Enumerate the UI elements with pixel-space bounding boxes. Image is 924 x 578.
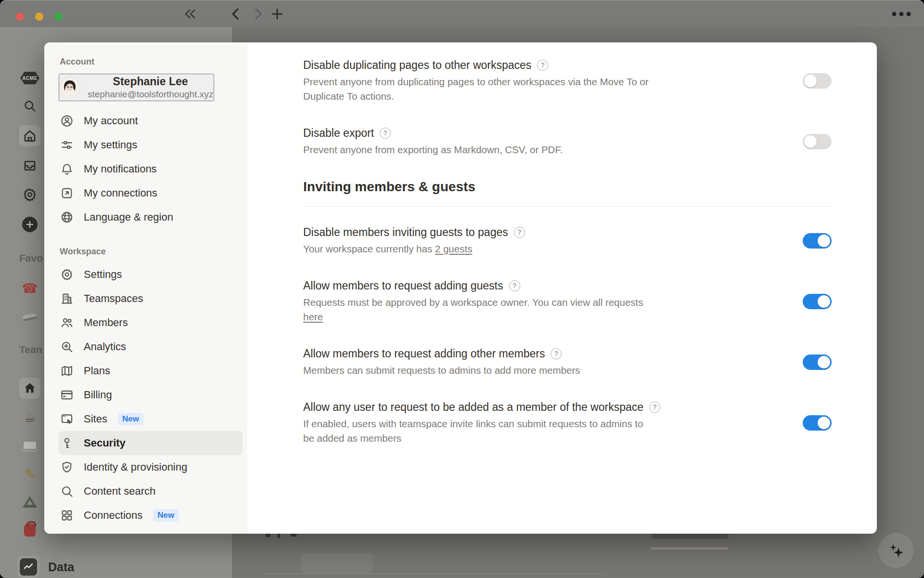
setting-link[interactable]: here xyxy=(303,311,323,322)
clipped-text-fragment xyxy=(291,534,296,537)
setting-toggle[interactable] xyxy=(803,134,832,149)
teamspace-backpack-emoji-icon[interactable] xyxy=(19,519,40,540)
user-name: Stephanie Lee xyxy=(88,75,213,89)
zoom-window-button[interactable] xyxy=(54,13,63,21)
setting-row: Allow members to request adding other me… xyxy=(303,346,832,378)
setting-title: Disable export xyxy=(303,126,374,140)
workspace-logo[interactable]: ACME xyxy=(20,72,39,84)
setting-title: Allow any user to request to be added as… xyxy=(303,400,643,414)
user-email: stephanie@toolsforthought.xyz xyxy=(88,89,213,101)
search-icon xyxy=(60,484,74,499)
sidebar-item-data[interactable]: Data xyxy=(17,556,74,578)
workspace-nav-list: Settings Teamspaces Members Analytics Pl… xyxy=(59,263,244,527)
avatar xyxy=(60,78,80,98)
app-window: ACME Favo ☎ Tean ☕ xyxy=(0,0,924,578)
setting-row: Disable members inviting guests to pages… xyxy=(303,225,832,256)
account-user-row[interactable]: Stephanie Lee stephanie@toolsforthought.… xyxy=(59,74,214,101)
sidebar-item-billing[interactable]: Billing xyxy=(59,383,243,407)
setting-description: Prevent anyone from duplicating pages to… xyxy=(303,75,712,104)
workspace-section-heading: Workspace xyxy=(60,247,244,257)
setting-title: Disable duplicating pages to other works… xyxy=(303,58,531,72)
setting-title: Disable members inviting guests to pages xyxy=(303,225,508,239)
favorite-sneaker-emoji-icon[interactable] xyxy=(19,306,40,328)
sidebar-item-my-notifications[interactable]: My notifications xyxy=(59,157,243,181)
sidebar-item-connections[interactable]: Connections New xyxy=(59,503,243,527)
inbox-icon[interactable] xyxy=(19,155,40,176)
favorites-section-label: Favo xyxy=(19,252,43,264)
setting-toggle[interactable] xyxy=(803,233,832,249)
teamspace-pencil-emoji-icon[interactable]: ✎ xyxy=(19,463,40,485)
collapse-sidebar-icon[interactable] xyxy=(183,6,197,22)
setting-description: Members can submit requests to admins to… xyxy=(303,363,712,378)
minimize-window-button[interactable] xyxy=(35,13,43,21)
map-icon xyxy=(60,364,74,378)
setting-row: Disable export ? Prevent anyone from exp… xyxy=(303,126,832,157)
new-tab-icon[interactable] xyxy=(270,6,284,22)
search-icon[interactable] xyxy=(19,95,40,117)
sliders-icon xyxy=(60,138,74,152)
settings-content: Disable duplicating pages to other works… xyxy=(247,42,877,534)
sidebar-item-sites[interactable]: Sites New xyxy=(59,407,243,431)
clipped-button-fragment xyxy=(301,553,373,573)
setting-description: Your workspace currently has 2 guests xyxy=(303,242,712,256)
people-icon xyxy=(60,315,74,330)
new-page-plus-icon[interactable] xyxy=(19,214,40,235)
sidebar-item-my-account[interactable]: My account xyxy=(59,109,243,133)
teamspace-laptop-emoji-icon[interactable] xyxy=(19,434,40,456)
close-window-button[interactable] xyxy=(16,13,24,21)
setting-row: Allow any user to request to be added as… xyxy=(303,400,832,446)
settings-gear-icon[interactable] xyxy=(19,184,40,205)
sidebar-item-teamspaces[interactable]: Teamspaces xyxy=(59,287,243,311)
setting-row: Disable duplicating pages to other works… xyxy=(303,58,832,104)
help-icon[interactable]: ? xyxy=(537,60,548,71)
person-circle-icon xyxy=(60,114,74,128)
sidebar-item-security[interactable]: Security xyxy=(59,431,243,455)
sidebar-item-plans[interactable]: Plans xyxy=(59,359,243,383)
teamspace-mountain-emoji-icon[interactable] xyxy=(19,491,40,512)
sidebar-item-my-settings[interactable]: My settings xyxy=(59,133,243,157)
ai-assistant-button[interactable] xyxy=(879,533,913,568)
data-chart-icon xyxy=(20,558,37,576)
sidebar-item-settings[interactable]: Settings xyxy=(59,263,243,287)
shield-check-icon xyxy=(60,460,74,474)
new-badge: New xyxy=(118,413,143,425)
sidebar-item-members[interactable]: Members xyxy=(59,311,243,335)
screen: ACME Favo ☎ Tean ☕ xyxy=(0,0,924,578)
help-icon[interactable]: ? xyxy=(649,402,660,413)
setting-toggle[interactable] xyxy=(803,355,832,370)
sidebar-item-my-connections[interactable]: My connections xyxy=(59,181,243,205)
building-icon xyxy=(60,291,74,306)
setting-link[interactable]: 2 guests xyxy=(435,243,473,254)
help-icon[interactable]: ? xyxy=(380,128,391,139)
setting-toggle[interactable] xyxy=(803,73,832,89)
setting-description: Requests must be approved by a workspace… xyxy=(303,295,712,324)
clipped-text-fragment xyxy=(278,534,280,538)
setting-toggle[interactable] xyxy=(803,415,832,431)
back-icon[interactable] xyxy=(230,6,241,22)
globe-icon xyxy=(60,210,74,224)
sidebar-item-content-search[interactable]: Content search xyxy=(59,479,243,503)
help-icon[interactable]: ? xyxy=(509,280,520,291)
teamspace-coffee-emoji-icon[interactable]: ☕ xyxy=(19,407,40,428)
favorite-phone-emoji-icon[interactable]: ☎ xyxy=(19,277,40,299)
arrow-out-box-icon xyxy=(60,186,74,200)
more-options-icon[interactable] xyxy=(891,6,911,22)
sidebar-item-identity-provisioning[interactable]: Identity & provisioning xyxy=(59,455,243,479)
sparkle-icon xyxy=(886,540,907,561)
teamspace-home-icon[interactable] xyxy=(19,378,40,399)
gear-icon xyxy=(60,267,74,282)
home-icon[interactable] xyxy=(19,125,40,146)
setting-description: Prevent anyone from exporting as Markdow… xyxy=(303,143,712,157)
forward-icon[interactable] xyxy=(253,6,264,22)
sidebar-item-analytics[interactable]: Analytics xyxy=(59,335,243,359)
titlebar xyxy=(0,0,924,27)
bell-icon xyxy=(60,162,74,176)
sidebar-item-language-region[interactable]: Language & region xyxy=(59,205,243,229)
help-icon[interactable]: ? xyxy=(514,227,525,238)
settings-modal: Account Stephanie Lee stephanie@toolsfor… xyxy=(44,42,877,534)
analytics-magnifier-icon xyxy=(60,340,74,354)
setting-toggle[interactable] xyxy=(803,294,832,309)
account-section-heading: Account xyxy=(60,57,244,67)
help-icon[interactable]: ? xyxy=(551,348,562,359)
clipped-control-fragment xyxy=(652,534,729,539)
